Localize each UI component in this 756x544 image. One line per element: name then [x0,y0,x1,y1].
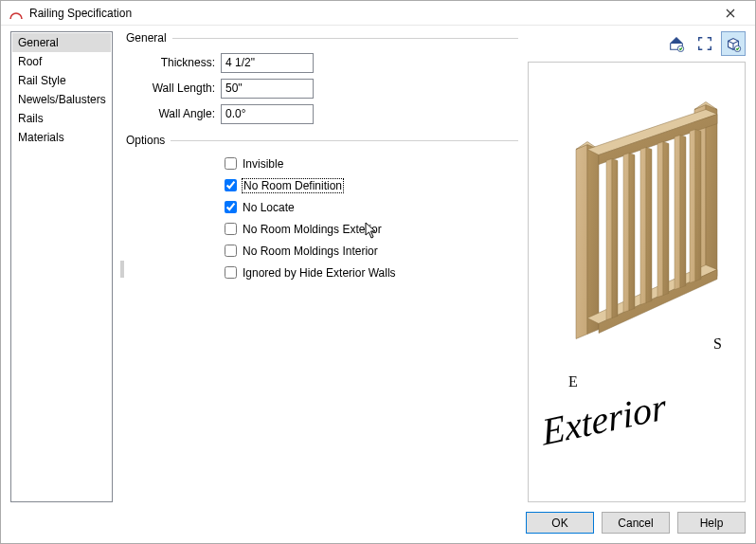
splitter-left[interactable] [119,259,125,280]
svg-marker-16 [640,148,646,305]
svg-marker-17 [646,148,652,303]
label-no-room-moldings-exterior: No Room Moldings Exterior [243,223,382,236]
group-options: Options Invisible No Room Definition [126,134,518,283]
field-thickness: Thickness: [126,50,518,75]
label-wall-angle: Wall Angle: [126,107,221,120]
svg-marker-12 [606,159,612,320]
row-invisible: Invisible [225,153,518,174]
sidebar-item-newels-balusters[interactable]: Newels/Balusters [12,90,111,109]
app-icon [9,6,24,21]
preview-house-button[interactable] [664,31,689,56]
field-wall-length: Wall Length: [126,76,518,100]
group-rule [172,38,518,39]
svg-marker-3 [587,145,599,335]
label-wall-length: Wall Length: [126,82,221,95]
sidebar-item-rail-style[interactable]: Rail Style [12,71,111,90]
preview-fit-button[interactable] [693,31,717,56]
compass-e-label: E [568,373,578,390]
checkbox-no-room-moldings-exterior[interactable] [225,223,237,235]
label-invisible: Invisible [243,157,283,171]
svg-marker-21 [680,136,686,288]
checkbox-no-locate[interactable] [225,201,237,213]
group-label-options: Options [126,134,165,147]
checkbox-no-room-definition[interactable] [225,179,237,191]
row-no-locate: No Locate [225,196,518,218]
help-button[interactable]: Help [677,512,746,534]
svg-marker-19 [663,142,669,296]
group-general: General Thickness: Wall Length: Wall Ang… [126,31,518,126]
row-ignored-hide-ext: Ignored by Hide Exterior Walls [225,262,518,283]
svg-marker-15 [629,154,635,311]
svg-marker-22 [690,130,695,283]
svg-marker-2 [576,145,587,339]
group-label-general: General [126,31,167,45]
titlebar: Railing Specification [1,1,755,26]
svg-marker-6 [706,105,717,281]
row-no-moldings-ext: No Room Moldings Exterior [225,218,518,240]
sidebar: General Roof Rail Style Newels/Balusters… [10,31,113,502]
railing-specification-dialog: Railing Specification General Roof Rail … [0,0,756,544]
input-wall-length[interactable] [221,79,314,99]
label-no-room-moldings-interior: No Room Moldings Interior [243,245,378,258]
sidebar-item-rails[interactable]: Rails [12,109,111,128]
label-no-locate: No Locate [243,201,295,214]
sidebar-item-roof[interactable]: Roof [12,52,111,71]
preview-cube-button[interactable] [721,31,746,56]
input-wall-angle[interactable] [221,104,314,124]
checkbox-ignored-hide-exterior[interactable] [225,266,237,279]
dialog-button-row: OK Cancel Help [10,512,746,534]
checkbox-no-room-moldings-interior[interactable] [225,245,237,257]
ok-button[interactable]: OK [526,512,594,534]
svg-marker-18 [657,142,663,298]
main-row: General Roof Rail Style Newels/Balusters… [10,31,746,502]
group-rule-2 [171,140,518,141]
sidebar-item-general[interactable]: General [12,33,111,52]
svg-marker-23 [695,130,701,281]
preview-pane[interactable]: E S Exterior [528,62,746,502]
sidebar-item-materials[interactable]: Materials [12,128,111,147]
input-thickness[interactable] [221,53,314,73]
field-wall-angle: Wall Angle: [126,101,518,126]
client-area: General Roof Rail Style Newels/Balusters… [1,26,755,543]
window-title: Railing Specification [29,7,711,20]
row-no-room-def: No Room Definition [225,174,518,196]
cancel-button[interactable]: Cancel [602,512,670,534]
label-thickness: Thickness: [126,56,221,69]
svg-marker-13 [612,159,618,318]
svg-marker-14 [623,154,629,313]
label-ignored-hide-exterior: Ignored by Hide Exterior Walls [243,266,396,280]
right-panel: E S Exterior [528,31,746,502]
close-button[interactable] [711,2,749,25]
compass-s-label: S [713,335,722,352]
label-no-room-definition: No Room Definition [243,179,343,192]
row-no-moldings-int: No Room Moldings Interior [225,240,518,262]
svg-marker-20 [675,136,680,290]
center-panel: General Thickness: Wall Length: Wall Ang… [122,31,518,502]
checkbox-invisible[interactable] [225,157,237,170]
preview-toolbar [528,31,746,56]
exterior-label: Exterior [539,385,668,454]
